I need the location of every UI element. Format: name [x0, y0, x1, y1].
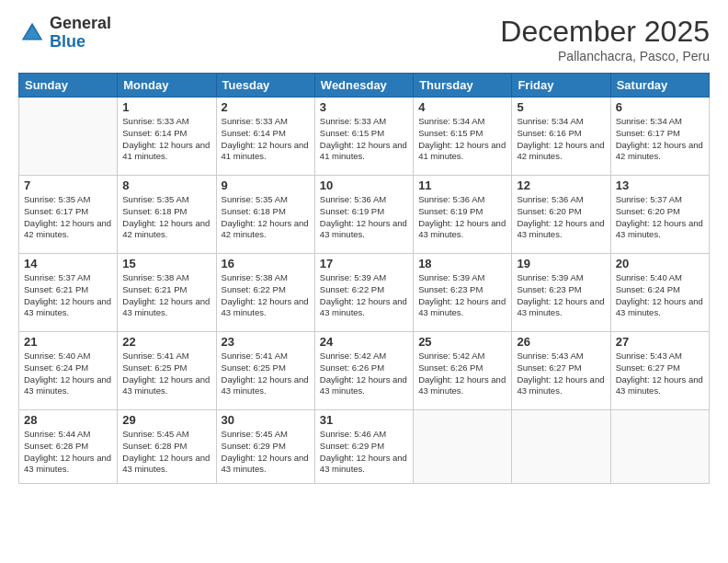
day-number: 19	[517, 257, 605, 270]
calendar-day-cell: 9Sunrise: 5:35 AMSunset: 6:18 PMDaylight…	[216, 176, 314, 254]
calendar-day-cell: 30Sunrise: 5:45 AMSunset: 6:29 PMDayligh…	[216, 410, 314, 484]
logo-blue-text: Blue	[50, 33, 111, 52]
day-number: 9	[222, 178, 310, 192]
day-detail: Sunrise: 5:44 AMSunset: 6:28 PMDaylight:…	[24, 429, 112, 476]
calendar-day-cell	[19, 98, 118, 176]
calendar-day-cell: 28Sunrise: 5:44 AMSunset: 6:28 PMDayligh…	[19, 410, 118, 484]
day-number: 8	[122, 178, 210, 192]
day-number: 20	[616, 257, 704, 270]
day-detail: Sunrise: 5:34 AMSunset: 6:15 PMDaylight:…	[418, 116, 506, 163]
calendar-day-cell: 17Sunrise: 5:39 AMSunset: 6:22 PMDayligh…	[314, 254, 413, 332]
day-number: 25	[418, 335, 506, 349]
header: General Blue December 2025 Pallanchacra,…	[18, 15, 710, 63]
day-detail: Sunrise: 5:46 AMSunset: 6:29 PMDaylight:…	[320, 429, 408, 476]
calendar-header-saturday: Saturday	[610, 74, 709, 98]
day-detail: Sunrise: 5:41 AMSunset: 6:25 PMDaylight:…	[222, 350, 310, 397]
calendar-week-row: 14Sunrise: 5:37 AMSunset: 6:21 PMDayligh…	[19, 254, 710, 332]
day-detail: Sunrise: 5:38 AMSunset: 6:22 PMDaylight:…	[222, 272, 310, 319]
day-detail: Sunrise: 5:45 AMSunset: 6:28 PMDaylight:…	[122, 429, 210, 476]
calendar-header-wednesday: Wednesday	[314, 74, 413, 98]
calendar-header-friday: Friday	[512, 74, 610, 98]
calendar-day-cell: 21Sunrise: 5:40 AMSunset: 6:24 PMDayligh…	[19, 332, 118, 410]
day-detail: Sunrise: 5:34 AMSunset: 6:16 PMDaylight:…	[517, 116, 605, 163]
day-number: 2	[222, 100, 310, 114]
calendar-day-cell: 10Sunrise: 5:36 AMSunset: 6:19 PMDayligh…	[314, 176, 413, 254]
calendar-week-row: 7Sunrise: 5:35 AMSunset: 6:17 PMDaylight…	[19, 176, 710, 254]
day-detail: Sunrise: 5:45 AMSunset: 6:29 PMDaylight:…	[222, 429, 310, 476]
calendar-day-cell: 13Sunrise: 5:37 AMSunset: 6:20 PMDayligh…	[610, 176, 709, 254]
calendar-day-cell: 1Sunrise: 5:33 AMSunset: 6:14 PMDaylight…	[118, 98, 216, 176]
title-block: December 2025 Pallanchacra, Pasco, Peru	[500, 15, 710, 63]
calendar-day-cell: 4Sunrise: 5:34 AMSunset: 6:15 PMDaylight…	[414, 98, 512, 176]
calendar-day-cell: 7Sunrise: 5:35 AMSunset: 6:17 PMDaylight…	[19, 176, 118, 254]
calendar-header-tuesday: Tuesday	[216, 74, 314, 98]
day-detail: Sunrise: 5:33 AMSunset: 6:14 PMDaylight:…	[122, 116, 210, 163]
day-number: 16	[222, 257, 310, 270]
logo-text: General Blue	[50, 15, 111, 52]
calendar-header-sunday: Sunday	[19, 74, 118, 98]
calendar-day-cell: 26Sunrise: 5:43 AMSunset: 6:27 PMDayligh…	[512, 332, 610, 410]
day-detail: Sunrise: 5:42 AMSunset: 6:26 PMDaylight:…	[320, 350, 408, 397]
calendar-day-cell: 29Sunrise: 5:45 AMSunset: 6:28 PMDayligh…	[118, 410, 216, 484]
day-number: 29	[122, 413, 210, 427]
calendar-day-cell: 8Sunrise: 5:35 AMSunset: 6:18 PMDaylight…	[118, 176, 216, 254]
day-detail: Sunrise: 5:35 AMSunset: 6:18 PMDaylight:…	[122, 194, 210, 241]
day-detail: Sunrise: 5:34 AMSunset: 6:17 PMDaylight:…	[616, 116, 704, 163]
day-detail: Sunrise: 5:39 AMSunset: 6:23 PMDaylight:…	[418, 272, 506, 319]
day-number: 13	[616, 178, 704, 192]
calendar-day-cell: 20Sunrise: 5:40 AMSunset: 6:24 PMDayligh…	[610, 254, 709, 332]
day-number: 3	[320, 100, 408, 114]
day-detail: Sunrise: 5:37 AMSunset: 6:20 PMDaylight:…	[616, 194, 704, 241]
calendar-day-cell: 11Sunrise: 5:36 AMSunset: 6:19 PMDayligh…	[414, 176, 512, 254]
day-detail: Sunrise: 5:41 AMSunset: 6:25 PMDaylight:…	[122, 350, 210, 397]
day-number: 21	[24, 335, 112, 349]
calendar-day-cell	[414, 410, 512, 484]
calendar-day-cell: 18Sunrise: 5:39 AMSunset: 6:23 PMDayligh…	[414, 254, 512, 332]
logo-general-text: General	[50, 15, 111, 33]
day-detail: Sunrise: 5:33 AMSunset: 6:14 PMDaylight:…	[222, 116, 310, 163]
day-detail: Sunrise: 5:39 AMSunset: 6:23 PMDaylight:…	[517, 272, 605, 319]
day-number: 26	[517, 335, 605, 349]
calendar-header-row: SundayMondayTuesdayWednesdayThursdayFrid…	[19, 74, 710, 98]
page: General Blue December 2025 Pallanchacra,…	[0, 0, 728, 563]
calendar-header-thursday: Thursday	[414, 74, 512, 98]
day-number: 24	[320, 335, 408, 349]
day-number: 23	[222, 335, 310, 349]
day-number: 7	[24, 178, 112, 192]
day-detail: Sunrise: 5:36 AMSunset: 6:19 PMDaylight:…	[320, 194, 408, 241]
calendar-day-cell: 25Sunrise: 5:42 AMSunset: 6:26 PMDayligh…	[414, 332, 512, 410]
day-number: 30	[222, 413, 310, 427]
day-detail: Sunrise: 5:43 AMSunset: 6:27 PMDaylight:…	[517, 350, 605, 397]
day-detail: Sunrise: 5:38 AMSunset: 6:21 PMDaylight:…	[122, 272, 210, 319]
calendar-day-cell: 27Sunrise: 5:43 AMSunset: 6:27 PMDayligh…	[610, 332, 709, 410]
calendar-day-cell: 3Sunrise: 5:33 AMSunset: 6:15 PMDaylight…	[314, 98, 413, 176]
day-number: 31	[320, 413, 408, 427]
day-number: 15	[122, 257, 210, 270]
day-detail: Sunrise: 5:42 AMSunset: 6:26 PMDaylight:…	[418, 350, 506, 397]
day-detail: Sunrise: 5:36 AMSunset: 6:20 PMDaylight:…	[517, 194, 605, 241]
day-number: 17	[320, 257, 408, 270]
calendar-week-row: 1Sunrise: 5:33 AMSunset: 6:14 PMDaylight…	[19, 98, 710, 176]
logo: General Blue	[18, 15, 111, 52]
calendar-day-cell: 6Sunrise: 5:34 AMSunset: 6:17 PMDaylight…	[610, 98, 709, 176]
calendar-day-cell: 14Sunrise: 5:37 AMSunset: 6:21 PMDayligh…	[19, 254, 118, 332]
day-detail: Sunrise: 5:36 AMSunset: 6:19 PMDaylight:…	[418, 194, 506, 241]
calendar-day-cell: 22Sunrise: 5:41 AMSunset: 6:25 PMDayligh…	[118, 332, 216, 410]
calendar-day-cell: 15Sunrise: 5:38 AMSunset: 6:21 PMDayligh…	[118, 254, 216, 332]
calendar-day-cell	[512, 410, 610, 484]
day-detail: Sunrise: 5:35 AMSunset: 6:18 PMDaylight:…	[222, 194, 310, 241]
day-number: 6	[616, 100, 704, 114]
calendar-day-cell: 2Sunrise: 5:33 AMSunset: 6:14 PMDaylight…	[216, 98, 314, 176]
calendar-day-cell: 31Sunrise: 5:46 AMSunset: 6:29 PMDayligh…	[314, 410, 413, 484]
day-detail: Sunrise: 5:40 AMSunset: 6:24 PMDaylight:…	[616, 272, 704, 319]
day-number: 4	[418, 100, 506, 114]
day-number: 12	[517, 178, 605, 192]
month-title: December 2025	[500, 15, 710, 49]
day-number: 22	[122, 335, 210, 349]
day-number: 11	[418, 178, 506, 192]
day-number: 14	[24, 257, 112, 270]
calendar-day-cell: 16Sunrise: 5:38 AMSunset: 6:22 PMDayligh…	[216, 254, 314, 332]
calendar-day-cell: 23Sunrise: 5:41 AMSunset: 6:25 PMDayligh…	[216, 332, 314, 410]
calendar-header-monday: Monday	[118, 74, 216, 98]
calendar-day-cell: 24Sunrise: 5:42 AMSunset: 6:26 PMDayligh…	[314, 332, 413, 410]
